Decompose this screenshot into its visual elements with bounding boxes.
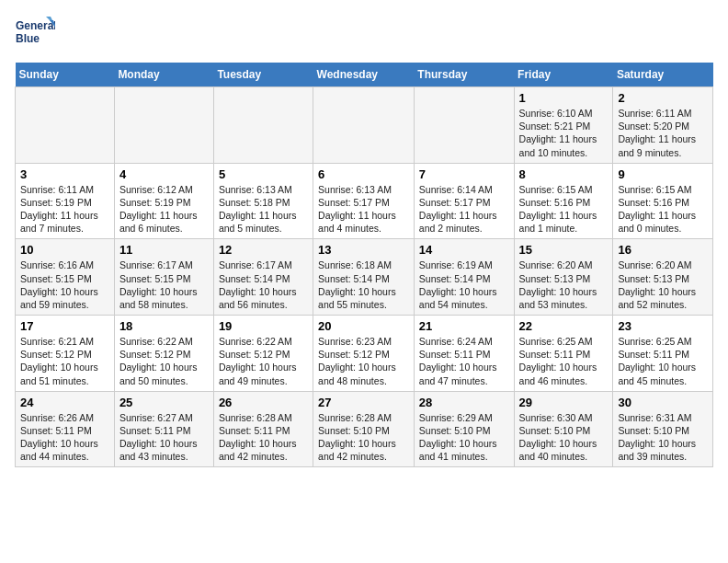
calendar-cell: 26Sunrise: 6:28 AM Sunset: 5:11 PM Dayli… <box>213 391 313 467</box>
weekday-header-wednesday: Wednesday <box>313 63 415 87</box>
calendar-week-4: 17Sunrise: 6:21 AM Sunset: 5:12 PM Dayli… <box>16 316 713 392</box>
cell-info: Sunrise: 6:22 AM Sunset: 5:12 PM Dayligh… <box>119 335 209 387</box>
svg-text:General: General <box>16 19 55 32</box>
calendar-cell: 4Sunrise: 6:12 AM Sunset: 5:19 PM Daylig… <box>114 163 213 239</box>
calendar-cell <box>114 87 213 164</box>
calendar-cell: 29Sunrise: 6:30 AM Sunset: 5:10 PM Dayli… <box>514 391 613 467</box>
day-number: 28 <box>419 396 509 409</box>
calendar-cell: 12Sunrise: 6:17 AM Sunset: 5:14 PM Dayli… <box>213 239 313 316</box>
cell-info: Sunrise: 6:11 AM Sunset: 5:20 PM Dayligh… <box>618 107 708 159</box>
calendar-cell <box>213 87 313 164</box>
day-number: 23 <box>618 319 708 333</box>
day-number: 17 <box>20 319 109 333</box>
cell-info: Sunrise: 6:15 AM Sunset: 5:16 PM Dayligh… <box>519 183 609 236</box>
cell-info: Sunrise: 6:14 AM Sunset: 5:17 PM Dayligh… <box>419 183 509 236</box>
cell-info: Sunrise: 6:26 AM Sunset: 5:11 PM Dayligh… <box>20 411 109 464</box>
cell-info: Sunrise: 6:17 AM Sunset: 5:14 PM Dayligh… <box>219 259 308 311</box>
calendar-table: SundayMondayTuesdayWednesdayThursdayFrid… <box>15 63 713 467</box>
day-number: 7 <box>419 167 509 181</box>
cell-info: Sunrise: 6:28 AM Sunset: 5:10 PM Dayligh… <box>318 411 409 464</box>
calendar-cell: 10Sunrise: 6:16 AM Sunset: 5:15 PM Dayli… <box>16 239 115 316</box>
cell-info: Sunrise: 6:21 AM Sunset: 5:12 PM Dayligh… <box>20 335 109 387</box>
day-number: 29 <box>519 396 609 409</box>
day-number: 25 <box>119 396 209 409</box>
day-number: 16 <box>618 243 708 257</box>
svg-text:Blue: Blue <box>16 32 40 45</box>
cell-info: Sunrise: 6:17 AM Sunset: 5:15 PM Dayligh… <box>119 259 209 311</box>
day-number: 1 <box>519 91 609 105</box>
cell-info: Sunrise: 6:29 AM Sunset: 5:10 PM Dayligh… <box>419 411 509 464</box>
cell-info: Sunrise: 6:15 AM Sunset: 5:16 PM Dayligh… <box>618 183 708 236</box>
day-number: 6 <box>318 167 409 181</box>
cell-info: Sunrise: 6:25 AM Sunset: 5:11 PM Dayligh… <box>618 335 708 387</box>
day-number: 15 <box>519 243 609 257</box>
calendar-cell: 27Sunrise: 6:28 AM Sunset: 5:10 PM Dayli… <box>313 391 415 467</box>
day-number: 9 <box>618 167 708 181</box>
cell-info: Sunrise: 6:30 AM Sunset: 5:10 PM Dayligh… <box>519 411 609 464</box>
weekday-header-friday: Friday <box>514 63 613 87</box>
cell-info: Sunrise: 6:25 AM Sunset: 5:11 PM Dayligh… <box>519 335 609 387</box>
calendar-week-1: 1Sunrise: 6:10 AM Sunset: 5:21 PM Daylig… <box>16 87 713 164</box>
calendar-cell <box>414 87 514 164</box>
calendar-cell: 17Sunrise: 6:21 AM Sunset: 5:12 PM Dayli… <box>16 316 115 392</box>
cell-info: Sunrise: 6:20 AM Sunset: 5:13 PM Dayligh… <box>519 259 609 311</box>
day-number: 19 <box>219 319 308 333</box>
calendar-cell: 11Sunrise: 6:17 AM Sunset: 5:15 PM Dayli… <box>114 239 213 316</box>
cell-info: Sunrise: 6:11 AM Sunset: 5:19 PM Dayligh… <box>20 183 109 236</box>
calendar-cell: 24Sunrise: 6:26 AM Sunset: 5:11 PM Dayli… <box>16 391 115 467</box>
day-number: 27 <box>318 396 409 409</box>
weekday-header-thursday: Thursday <box>414 63 514 87</box>
calendar-week-3: 10Sunrise: 6:16 AM Sunset: 5:15 PM Dayli… <box>16 239 713 316</box>
day-number: 5 <box>219 167 308 181</box>
day-number: 24 <box>20 396 109 409</box>
cell-info: Sunrise: 6:18 AM Sunset: 5:14 PM Dayligh… <box>318 259 409 311</box>
calendar-cell: 21Sunrise: 6:24 AM Sunset: 5:11 PM Dayli… <box>414 316 514 392</box>
calendar-cell: 16Sunrise: 6:20 AM Sunset: 5:13 PM Dayli… <box>613 239 713 316</box>
calendar-cell: 3Sunrise: 6:11 AM Sunset: 5:19 PM Daylig… <box>16 163 115 239</box>
calendar-cell: 8Sunrise: 6:15 AM Sunset: 5:16 PM Daylig… <box>514 163 613 239</box>
calendar-cell: 2Sunrise: 6:11 AM Sunset: 5:20 PM Daylig… <box>613 87 713 164</box>
calendar-cell: 20Sunrise: 6:23 AM Sunset: 5:12 PM Dayli… <box>313 316 415 392</box>
calendar-week-2: 3Sunrise: 6:11 AM Sunset: 5:19 PM Daylig… <box>16 163 713 239</box>
calendar-cell: 23Sunrise: 6:25 AM Sunset: 5:11 PM Dayli… <box>613 316 713 392</box>
calendar-cell: 14Sunrise: 6:19 AM Sunset: 5:14 PM Dayli… <box>414 239 514 316</box>
cell-info: Sunrise: 6:23 AM Sunset: 5:12 PM Dayligh… <box>318 335 409 387</box>
day-number: 3 <box>20 167 109 181</box>
day-number: 12 <box>219 243 308 257</box>
calendar-cell: 1Sunrise: 6:10 AM Sunset: 5:21 PM Daylig… <box>514 87 613 164</box>
cell-info: Sunrise: 6:28 AM Sunset: 5:11 PM Dayligh… <box>219 411 308 464</box>
day-number: 22 <box>519 319 609 333</box>
calendar-cell: 19Sunrise: 6:22 AM Sunset: 5:12 PM Dayli… <box>213 316 313 392</box>
cell-info: Sunrise: 6:24 AM Sunset: 5:11 PM Dayligh… <box>419 335 509 387</box>
day-number: 26 <box>219 396 308 409</box>
cell-info: Sunrise: 6:20 AM Sunset: 5:13 PM Dayligh… <box>618 259 708 311</box>
cell-info: Sunrise: 6:13 AM Sunset: 5:18 PM Dayligh… <box>219 183 308 236</box>
day-number: 10 <box>20 243 109 257</box>
calendar-cell: 7Sunrise: 6:14 AM Sunset: 5:17 PM Daylig… <box>414 163 514 239</box>
cell-info: Sunrise: 6:13 AM Sunset: 5:17 PM Dayligh… <box>318 183 409 236</box>
calendar-body: 1Sunrise: 6:10 AM Sunset: 5:21 PM Daylig… <box>16 87 713 467</box>
day-number: 2 <box>618 91 708 105</box>
page-header: General Blue <box>15 15 713 55</box>
calendar-cell: 18Sunrise: 6:22 AM Sunset: 5:12 PM Dayli… <box>114 316 213 392</box>
day-number: 13 <box>318 243 409 257</box>
cell-info: Sunrise: 6:12 AM Sunset: 5:19 PM Dayligh… <box>119 183 209 236</box>
cell-info: Sunrise: 6:16 AM Sunset: 5:15 PM Dayligh… <box>20 259 109 311</box>
weekday-header-tuesday: Tuesday <box>213 63 313 87</box>
calendar-cell: 30Sunrise: 6:31 AM Sunset: 5:10 PM Dayli… <box>613 391 713 467</box>
day-number: 14 <box>419 243 509 257</box>
calendar-week-5: 24Sunrise: 6:26 AM Sunset: 5:11 PM Dayli… <box>16 391 713 467</box>
cell-info: Sunrise: 6:19 AM Sunset: 5:14 PM Dayligh… <box>419 259 509 311</box>
calendar-cell: 15Sunrise: 6:20 AM Sunset: 5:13 PM Dayli… <box>514 239 613 316</box>
logo: General Blue <box>15 15 55 55</box>
calendar-cell: 28Sunrise: 6:29 AM Sunset: 5:10 PM Dayli… <box>414 391 514 467</box>
day-number: 18 <box>119 319 209 333</box>
calendar-cell: 25Sunrise: 6:27 AM Sunset: 5:11 PM Dayli… <box>114 391 213 467</box>
calendar-cell <box>16 87 115 164</box>
day-number: 30 <box>618 396 708 409</box>
day-number: 11 <box>119 243 209 257</box>
weekday-header-sunday: Sunday <box>16 63 115 87</box>
weekday-header-saturday: Saturday <box>613 63 713 87</box>
logo-svg: General Blue <box>15 15 55 55</box>
calendar-cell: 13Sunrise: 6:18 AM Sunset: 5:14 PM Dayli… <box>313 239 415 316</box>
